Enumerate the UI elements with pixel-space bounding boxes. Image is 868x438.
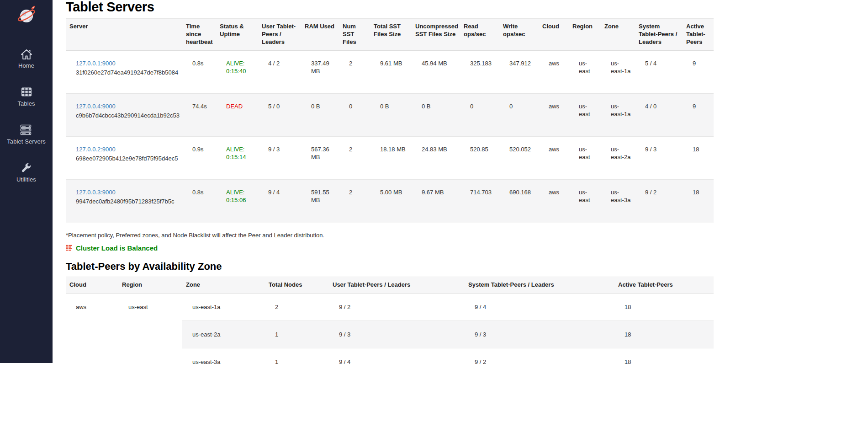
- col-header-active-peers: Active Tablet-Peers: [614, 277, 714, 293]
- cell-region: us-east: [118, 293, 182, 375]
- cluster-load-status: Cluster Load is Balanced: [66, 244, 714, 252]
- cell-ram: 591.55 MB: [301, 180, 339, 223]
- cell-sst-size: 0 B: [370, 94, 412, 137]
- col-header-cloud: Cloud: [539, 19, 569, 51]
- cell-cloud: aws: [66, 293, 118, 375]
- cell-write-ops: 347.912: [499, 51, 539, 94]
- cell-server: 127.0.0.3:9000 9947dec0afb2480f95b71283f…: [66, 180, 182, 223]
- server-uuid: 698ee072905b412e9e78fd75f95d4ec5: [76, 155, 179, 163]
- cell-heartbeat: 0.8s: [182, 180, 216, 223]
- cell-active-peers: 18: [683, 137, 714, 180]
- cell-sst-size: 18.18 MB: [370, 137, 412, 180]
- cell-status: ALIVE: 0:15:40: [216, 51, 258, 94]
- cell-write-ops: 520.052: [499, 137, 539, 180]
- col-header-write-ops: Write ops/sec: [499, 19, 539, 51]
- cell-ram: 0 B: [301, 94, 339, 137]
- cell-status: ALIVE: 0:15:06: [216, 180, 258, 223]
- cell-server: 127.0.0.1:9000 31f0260e27d74ea4919247de7…: [66, 51, 182, 94]
- col-header-user-peers: User Tablet-Peers / Leaders: [258, 19, 301, 51]
- col-header-user-peers: User Tablet-Peers / Leaders: [329, 277, 465, 293]
- sidebar-item-utilities[interactable]: Utilities: [0, 160, 53, 187]
- col-header-region: Region: [569, 19, 601, 51]
- cell-region: us-east: [569, 94, 601, 137]
- server-uuid: c9b6b7d4cbcc43b290914ecda1b92c53: [76, 112, 179, 120]
- az-section-title: Tablet-Peers by Availability Zone: [66, 261, 714, 272]
- table-header-row: Cloud Region Zone Total Nodes User Table…: [66, 277, 714, 293]
- sidebar-item-home[interactable]: Home: [0, 46, 53, 73]
- cell-status: ALIVE: 0:15:14: [216, 137, 258, 180]
- table-row: 127.0.0.4:9000 c9b6b7d4cbcc43b290914ecda…: [66, 94, 714, 137]
- table-row: 127.0.0.3:9000 9947dec0afb2480f95b71283f…: [66, 180, 714, 223]
- cell-heartbeat: 0.9s: [182, 137, 216, 180]
- cell-user-peers: 9 / 3: [329, 320, 465, 348]
- col-header-region: Region: [118, 277, 182, 293]
- cell-cloud: aws: [539, 94, 569, 137]
- logo[interactable]: [0, 0, 53, 29]
- page-title: Tablet Servers: [66, 0, 714, 14]
- cell-system-peers: 9 / 4: [465, 293, 614, 320]
- cell-unc-sst-size: 0 B: [412, 94, 460, 137]
- server-uuid: 31f0260e27d74ea4919247de7f8b5084: [76, 69, 179, 77]
- cell-zone: us-east-2a: [601, 137, 635, 180]
- table-row: 127.0.0.1:9000 31f0260e27d74ea4919247de7…: [66, 51, 714, 94]
- cell-zone: us-east-1a: [601, 94, 635, 137]
- cell-zone: us-east-2a: [182, 320, 265, 348]
- cell-cloud: aws: [539, 137, 569, 180]
- server-link[interactable]: 127.0.0.3:9000: [76, 189, 116, 196]
- cell-heartbeat: 74.4s: [182, 94, 216, 137]
- cell-read-ops: 325.183: [460, 51, 499, 94]
- cell-zone: us-east-3a: [182, 348, 265, 375]
- sidebar-item-tablet-servers[interactable]: Tablet Servers: [0, 122, 53, 149]
- utilities-icon: [0, 162, 53, 175]
- table-row: aws us-east us-east-1a 2 9 / 2 9 / 4 18: [66, 293, 714, 320]
- cell-write-ops: 0: [499, 94, 539, 137]
- cell-total-nodes: 2: [265, 293, 329, 320]
- cell-server: 127.0.0.4:9000 c9b6b7d4cbcc43b290914ecda…: [66, 94, 182, 137]
- uptime-text: 0:15:06: [226, 197, 254, 204]
- cell-num-sst: 2: [339, 137, 370, 180]
- sidebar-item-tables[interactable]: Tables: [0, 84, 53, 111]
- cell-write-ops: 690.168: [499, 180, 539, 223]
- cell-read-ops: 0: [460, 94, 499, 137]
- cell-unc-sst-size: 9.67 MB: [412, 180, 460, 223]
- cell-user-peers: 5 / 0: [258, 94, 301, 137]
- cell-unc-sst-size: 24.83 MB: [412, 137, 460, 180]
- server-link[interactable]: 127.0.0.4:9000: [76, 103, 116, 110]
- sidebar-item-label: Utilities: [16, 176, 36, 183]
- cell-region: us-east: [569, 180, 601, 223]
- cell-status: DEAD: [216, 94, 258, 137]
- col-header-active-peers: Active Tablet-Peers: [683, 19, 714, 51]
- cell-cloud: aws: [539, 180, 569, 223]
- cell-active-peers: 9: [683, 51, 714, 94]
- status-text: ALIVE:: [226, 146, 254, 154]
- cell-active-peers: 18: [683, 180, 714, 223]
- cell-ram: 567.36 MB: [301, 137, 339, 180]
- cell-system-peers: 4 / 0: [635, 94, 683, 137]
- az-table: Cloud Region Zone Total Nodes User Table…: [66, 277, 714, 376]
- sidebar-item-label: Home: [18, 62, 34, 69]
- table-header-row: Server Time since heartbeat Status & Upt…: [66, 19, 714, 51]
- col-header-system-peers: System Tablet-Peers / Leaders: [635, 19, 683, 51]
- cell-active-peers: 18: [614, 320, 714, 348]
- cell-zone: us-east-3a: [601, 180, 635, 223]
- tables-icon: [0, 86, 53, 99]
- col-header-status: Status & Uptime: [216, 19, 258, 51]
- tablet-servers-icon: [0, 124, 53, 137]
- tablet-servers-table: Server Time since heartbeat Status & Upt…: [66, 18, 714, 222]
- cell-heartbeat: 0.8s: [182, 51, 216, 94]
- status-text: DEAD: [226, 103, 254, 111]
- app-window: Home Tables: [0, 0, 868, 438]
- col-header-total-nodes: Total Nodes: [265, 277, 329, 293]
- cell-active-peers: 9: [683, 94, 714, 137]
- server-link[interactable]: 127.0.0.1:9000: [76, 60, 116, 67]
- col-header-sst-size: Total SST Files Size: [370, 19, 412, 51]
- cell-active-peers: 18: [614, 348, 714, 375]
- col-header-system-peers: System Tablet-Peers / Leaders: [465, 277, 614, 293]
- cell-num-sst: 0: [339, 94, 370, 137]
- sidebar-nav: Home Tables: [0, 46, 53, 187]
- cell-zone: us-east-1a: [601, 51, 635, 94]
- cell-system-peers: 9 / 3: [465, 320, 614, 348]
- cell-read-ops: 520.85: [460, 137, 499, 180]
- server-link[interactable]: 127.0.0.2:9000: [76, 146, 116, 153]
- cell-sst-size: 5.00 MB: [370, 180, 412, 223]
